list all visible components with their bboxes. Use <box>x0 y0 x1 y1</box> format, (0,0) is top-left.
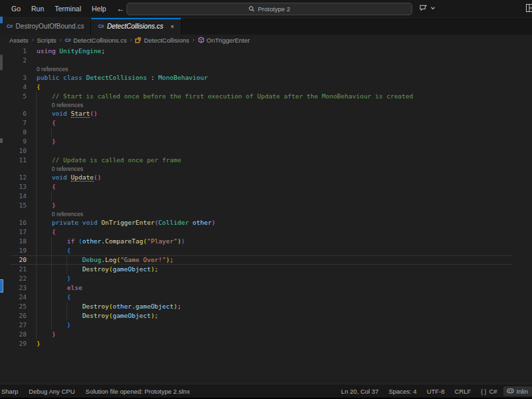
status-debug-target[interactable]: Debug Any CPU <box>29 388 74 395</box>
line-number[interactable]: 24 <box>0 293 27 302</box>
code-line[interactable]: 5 // Start is called once before the fir… <box>0 92 512 101</box>
line-number[interactable]: 7 <box>0 118 27 128</box>
line-number[interactable]: 13 <box>0 182 27 192</box>
encoding[interactable]: UTF-8 <box>427 388 445 395</box>
line-number[interactable]: 14 <box>0 192 27 201</box>
search-value: Prototype 2 <box>258 5 291 13</box>
line-number[interactable]: 27 <box>0 321 27 330</box>
code-line[interactable]: 9 } <box>0 137 512 146</box>
line-number[interactable]: 5 <box>0 92 27 101</box>
line-number[interactable]: 16 <box>0 218 27 227</box>
line-number[interactable]: 2 <box>0 56 27 65</box>
menu-item-terminal[interactable]: Terminal <box>49 3 86 15</box>
code-editor[interactable]: 1using UnityEngine;20 references3public … <box>0 45 532 384</box>
code-line[interactable]: 15 } <box>0 201 512 210</box>
line-number[interactable]: 28 <box>0 330 27 339</box>
code-line[interactable]: 24 { <box>0 293 512 302</box>
code-line[interactable]: 28 } <box>0 330 512 339</box>
breadcrumb-label: OnTriggerEnter <box>207 37 250 44</box>
line-number[interactable]: 6 <box>0 109 27 118</box>
cursor-position[interactable]: Ln 20, Col 37 <box>341 388 379 395</box>
line-number[interactable]: 15 <box>0 201 27 210</box>
breadcrumb-item-assets[interactable]: Assets <box>9 37 29 44</box>
code-line[interactable]: 7 { <box>0 118 512 128</box>
command-center-search[interactable]: Prototype 2 <box>126 3 412 15</box>
line-number[interactable]: 29 <box>0 339 27 348</box>
code-line[interactable]: 6 void Start() <box>0 109 512 118</box>
line-number[interactable]: 17 <box>0 227 27 237</box>
menu-item-help[interactable]: Help <box>86 3 112 15</box>
code-line[interactable]: 2 <box>0 56 512 65</box>
codelens-references[interactable]: 0 references <box>52 165 83 173</box>
eol-sequence[interactable]: CRLF <box>455 388 471 395</box>
inline-suggestions-status[interactable]: Inlin <box>503 386 532 396</box>
code-line[interactable]: 29} <box>0 339 512 348</box>
breadcrumb-item-scripts[interactable]: Scripts <box>37 37 57 44</box>
code-text: void Start() <box>37 109 98 118</box>
tab-destroyoutofbound-cs[interactable]: C#DestroyOutOfBound.cs <box>0 18 91 35</box>
line-number[interactable]: 18 <box>0 237 27 246</box>
copilot-chat-icon[interactable] <box>418 3 429 13</box>
code-text: { <box>37 82 41 92</box>
back-arrow-icon[interactable]: ← <box>117 4 125 13</box>
line-number[interactable]: 20 <box>0 255 27 265</box>
line-number[interactable]: 19 <box>0 246 27 255</box>
code-line[interactable]: 12 void Update() <box>0 173 512 182</box>
line-number[interactable]: 23 <box>0 283 27 293</box>
chevron-down-icon[interactable] <box>430 5 436 11</box>
code-line[interactable]: 27 } <box>0 321 512 330</box>
code-line[interactable]: 17 { <box>0 227 512 237</box>
code-line[interactable]: 3public class DetectCollisions : MonoBeh… <box>0 73 512 82</box>
left-edge-blue-rect <box>0 279 3 293</box>
code-line[interactable]: 10 <box>0 146 512 156</box>
language-mode[interactable]: { } C# <box>481 388 497 395</box>
code-line[interactable]: 22 } <box>0 274 512 283</box>
code-line[interactable]: 23 else <box>0 283 512 293</box>
codelens-references[interactable]: 0 references <box>37 65 68 73</box>
line-number[interactable]: 8 <box>0 128 27 137</box>
indentation-setting[interactable]: Spaces: 4 <box>388 388 416 395</box>
code-line[interactable]: 26 Destroy(gameObject); <box>0 311 512 321</box>
code-line[interactable]: 21 Destroy(gameObject); <box>0 265 512 274</box>
line-number[interactable]: 21 <box>0 265 27 274</box>
line-number[interactable]: 22 <box>0 274 27 283</box>
title-bar: GoRunTerminalHelp ← → Prototype 2 <box>0 0 532 18</box>
line-number[interactable]: 25 <box>0 302 27 311</box>
line-number[interactable]: 1 <box>0 47 27 56</box>
line-number[interactable]: 10 <box>0 146 27 156</box>
code-line[interactable]: 20 Debug.Log("Game Over!"); <box>0 255 512 265</box>
line-number[interactable]: 4 <box>0 82 27 92</box>
customize-layout-icon[interactable] <box>526 4 532 12</box>
breadcrumb-item-ontriggerenter[interactable]: OnTriggerEnter <box>198 37 250 44</box>
code-line[interactable]: 13 { <box>0 182 512 192</box>
menu-item-go[interactable]: Go <box>6 3 26 15</box>
code-line[interactable]: 4{ <box>0 82 512 92</box>
breadcrumb-item-detectcollisions[interactable]: DetectCollisions <box>135 37 189 44</box>
tab-detectcollisions-cs[interactable]: C#DetectCollisions.cs× <box>91 18 181 35</box>
code-line[interactable]: 1using UnityEngine; <box>0 47 512 56</box>
line-number[interactable]: 26 <box>0 311 27 321</box>
close-icon[interactable]: × <box>171 23 174 30</box>
code-line[interactable]: 19 { <box>0 246 512 255</box>
line-number[interactable]: 3 <box>0 73 27 82</box>
status-project-config[interactable]: Sharp <box>1 388 18 395</box>
line-number[interactable]: 9 <box>0 137 27 146</box>
breadcrumb-separator: › <box>32 37 34 43</box>
status-solution-message[interactable]: Solution file opened: Prototype 2.slnx <box>86 388 190 395</box>
line-number[interactable]: 11 <box>0 156 27 165</box>
code-text: } <box>37 201 56 210</box>
menu-item-run[interactable]: Run <box>26 3 49 15</box>
codelens-references[interactable]: 0 references <box>52 101 83 109</box>
codelens-references[interactable]: 0 references <box>52 210 83 218</box>
code-line[interactable]: 25 Destroy(other.gameObject); <box>0 302 512 311</box>
code-text: else <box>37 283 82 293</box>
code-line[interactable]: 11 // Update is called once per frame <box>0 156 512 165</box>
indent-guide <box>36 146 37 156</box>
code-line[interactable]: 16 private void OnTriggerEnter(Collider … <box>0 218 512 227</box>
code-line[interactable]: 8 <box>0 128 512 137</box>
code-line[interactable]: 18 if (other.CompareTag("Player")) <box>0 237 512 246</box>
breadcrumb-item-detectcollisions-cs[interactable]: C#DetectCollisions.cs <box>65 37 127 44</box>
line-number[interactable]: 12 <box>0 173 27 182</box>
code-line[interactable]: 14 <box>0 192 512 201</box>
left-edge-gray-dash <box>0 138 3 143</box>
